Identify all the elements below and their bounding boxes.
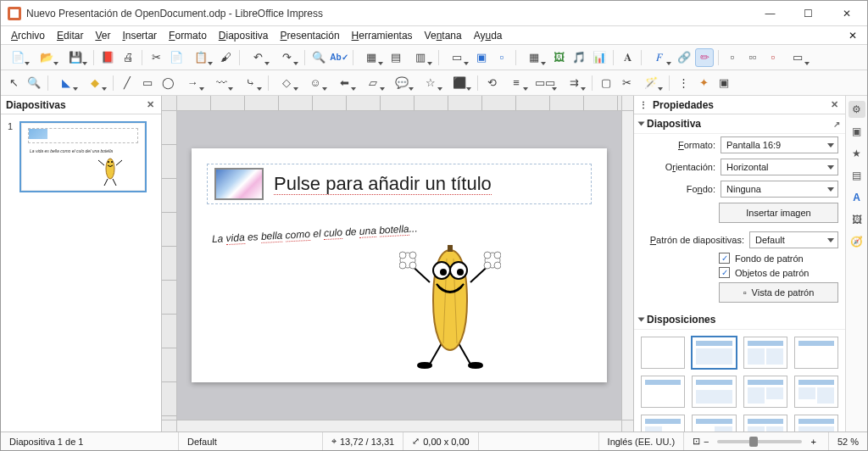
horizontal-scrollbar[interactable]	[177, 420, 621, 432]
tab-properties-icon[interactable]: ⚙	[849, 101, 865, 118]
master-bg-checkbox[interactable]: ✓	[719, 253, 730, 264]
ellipse-tool[interactable]: ◯	[159, 74, 177, 92]
background-combo[interactable]: Ninguna	[721, 181, 838, 198]
undo-button[interactable]: ↶	[244, 48, 271, 67]
filter-tool[interactable]: 🪄	[637, 74, 665, 92]
distribute-tool[interactable]: ⇉	[560, 74, 587, 92]
extrusion-tool[interactable]: ▣	[715, 74, 733, 92]
horizontal-ruler[interactable]	[177, 96, 621, 111]
shadow-tool[interactable]: ▢	[597, 74, 615, 92]
zoom-controls[interactable]: ⊡ − +	[684, 432, 829, 450]
menu-presentacion[interactable]: Presentación	[275, 28, 345, 43]
layout-9[interactable]	[641, 415, 685, 432]
fill-color-button[interactable]: ◆	[81, 74, 108, 92]
layout-11[interactable]	[743, 415, 787, 432]
status-slide-count[interactable]: Diapositiva 1 de 1	[1, 432, 179, 450]
tab-slide-transition-icon[interactable]: ▣	[849, 123, 865, 140]
curve-tool[interactable]: 〰	[208, 74, 235, 92]
tab-gallery-icon[interactable]: 🖼	[849, 211, 865, 228]
body-text[interactable]: La vida es bella como el culo de una bot…	[212, 222, 418, 245]
save-button[interactable]: 💾	[62, 48, 89, 67]
select-tool[interactable]: ↖	[4, 74, 23, 92]
master-combo[interactable]: Default	[749, 231, 838, 248]
redo-button[interactable]: ↷	[273, 48, 300, 67]
fontwork-button[interactable]: 𝐹	[646, 48, 673, 67]
crop-tool[interactable]: ✂	[617, 74, 636, 92]
orientation-combo[interactable]: Horizontal	[721, 159, 838, 175]
layout-12[interactable]	[794, 415, 838, 432]
status-language[interactable]: Inglés (EE. UU.)	[599, 432, 684, 450]
insert-av-button[interactable]: 🎵	[570, 48, 588, 67]
print-button[interactable]: 🖨	[119, 48, 137, 67]
zoom-percent[interactable]: 52 %	[829, 432, 867, 450]
connector-tool[interactable]: ⤷	[236, 74, 264, 92]
start-first-button[interactable]: ▣	[472, 48, 491, 67]
rotate-tool[interactable]: ⟲	[482, 74, 501, 92]
minimize-button[interactable]: —	[751, 2, 789, 25]
title-placeholder[interactable]: Pulse para añadir un título	[207, 164, 592, 204]
title-text[interactable]: Pulse para añadir un título	[274, 173, 492, 195]
rectangle-tool[interactable]: ▭	[138, 74, 157, 92]
delete-slide-button[interactable]: ▫	[764, 48, 782, 67]
find-button[interactable]: 🔍	[309, 48, 328, 67]
spellcheck-button[interactable]: Ab✓	[330, 48, 348, 67]
maximize-button[interactable]: ☐	[789, 2, 827, 25]
callout-tool[interactable]: 💬	[388, 74, 415, 92]
zoom-tool[interactable]: 🔍	[25, 74, 43, 92]
zoom-slider[interactable]	[717, 440, 802, 443]
basic-shapes-tool[interactable]: ◇	[273, 74, 300, 92]
menu-ayuda[interactable]: Ayuda	[469, 28, 508, 43]
arrange-tool[interactable]: ▭▭	[531, 74, 559, 92]
menu-ventana[interactable]: Ventana	[420, 28, 467, 43]
export-pdf-button[interactable]: 📕	[98, 48, 117, 67]
block-arrows-tool[interactable]: ⬅	[331, 74, 358, 92]
current-slide[interactable]: Pulse para añadir un título La vida es b…	[192, 148, 607, 382]
hyperlink-button[interactable]: 🔗	[675, 48, 693, 67]
tab-styles-icon[interactable]: A	[849, 189, 865, 206]
paste-button[interactable]: 📋	[187, 48, 214, 67]
master-view-button[interactable]: ▫ Vista de patrón	[719, 282, 838, 303]
line-color-button[interactable]: ◣	[53, 74, 80, 92]
layout-5[interactable]	[641, 376, 685, 408]
vertical-ruler[interactable]	[162, 111, 177, 420]
popout-icon[interactable]: ↗	[833, 120, 840, 129]
tab-master-slides-icon[interactable]: ▤	[849, 167, 865, 184]
align-tool[interactable]: ≡	[503, 74, 530, 92]
status-template[interactable]: Default	[179, 432, 323, 450]
insert-image-button[interactable]: 🖼	[549, 48, 568, 67]
gluepoints-tool[interactable]: ✦	[694, 74, 713, 92]
cut-button[interactable]: ✂	[147, 48, 165, 67]
layout-10[interactable]	[692, 415, 736, 432]
menu-ver[interactable]: Ver	[90, 28, 115, 43]
new-slide-button[interactable]: ▫	[723, 48, 742, 67]
format-paintbrush-button[interactable]: 🖌	[216, 48, 235, 67]
display-grid-button[interactable]: ▦	[358, 48, 385, 67]
slides-panel-close-icon[interactable]: ✕	[144, 99, 156, 111]
copy-button[interactable]: 📄	[167, 48, 186, 67]
slide-thumb-1[interactable]: 1 La vida es bella como el culo del una …	[8, 121, 154, 192]
title-picture-placeholder[interactable]	[214, 168, 264, 200]
layout-title-only[interactable]	[794, 337, 838, 369]
layout-title-content[interactable]	[692, 337, 736, 369]
section-disposiciones[interactable]: Disposiciones	[634, 310, 845, 330]
symbol-shapes-tool[interactable]: ☺	[302, 74, 329, 92]
properties-close-icon[interactable]: ✕	[828, 99, 840, 111]
display-views-button[interactable]: ▤	[387, 48, 405, 67]
tab-navigator-icon[interactable]: 🧭	[849, 233, 865, 250]
insert-chart-button[interactable]: 📊	[590, 48, 609, 67]
menu-archivo[interactable]: Archivo	[6, 28, 50, 43]
text-box-button[interactable]: 𝐀	[618, 48, 637, 67]
close-button[interactable]: ✕	[827, 2, 865, 25]
arrow-tool[interactable]: →	[179, 74, 206, 92]
show-draw-functions-button[interactable]: ✏	[695, 48, 714, 67]
open-button[interactable]: 📂	[33, 48, 60, 67]
layout-blank[interactable]	[641, 337, 685, 369]
new-button[interactable]: 📄	[4, 48, 31, 67]
layout-8[interactable]	[794, 376, 838, 408]
duplicate-slide-button[interactable]: ▫▫	[743, 48, 762, 67]
slide-canvas[interactable]: Pulse para añadir un título La vida es b…	[177, 111, 621, 420]
menu-editar[interactable]: Editar	[52, 28, 88, 43]
points-tool[interactable]: ⋮	[674, 74, 693, 92]
banana-clipart[interactable]	[399, 242, 501, 369]
3d-tool[interactable]: ⬛	[446, 74, 473, 92]
